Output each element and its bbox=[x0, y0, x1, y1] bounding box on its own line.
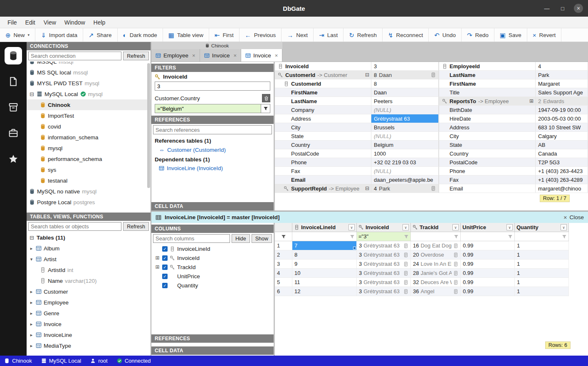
connection-item[interactable]: information_schema bbox=[27, 132, 151, 143]
connection-item[interactable]: mysql bbox=[27, 143, 151, 153]
connection-item[interactable]: MSSQL mssql bbox=[27, 62, 151, 67]
table-item[interactable]: ⊟ Tables (11) bbox=[27, 232, 151, 243]
form-field-label[interactable]: PostalCode bbox=[439, 158, 536, 166]
grid-cell-invoiceid[interactable]: 3 Grétrystraat 63 bbox=[357, 241, 411, 250]
grid-filter-cell[interactable] bbox=[515, 232, 569, 241]
connection-item[interactable]: Postgre Local postgres bbox=[27, 197, 151, 208]
activity-bar-button[interactable] bbox=[5, 150, 22, 168]
grid-cell-unitprice[interactable]: 0.99 bbox=[461, 278, 515, 287]
grid-cell-invoicelineid[interactable]: 9 bbox=[292, 260, 357, 268]
grid-cell-invoiceid[interactable]: 3 Grétrystraat 63 bbox=[357, 250, 411, 259]
dropdown-icon[interactable]: ∨ bbox=[452, 224, 459, 230]
grid-cell-unitprice[interactable]: 0.99 bbox=[461, 287, 515, 296]
reference-link[interactable]: ⇔ Customer (CustomerId) bbox=[151, 145, 274, 154]
form-field-label[interactable]: Title bbox=[439, 88, 536, 96]
table-item[interactable]: ▸ MediaType bbox=[27, 340, 151, 351]
column-list-item[interactable]: ✓ Quantity bbox=[151, 281, 274, 290]
form-field-value[interactable]: Calgary bbox=[536, 132, 588, 140]
toolbar-button[interactable]: → Next bbox=[282, 28, 314, 42]
form-field-value[interactable]: 8 Daan bbox=[371, 71, 439, 79]
grid-column-header[interactable]: Quantity ∨ bbox=[515, 223, 569, 232]
form-field-value[interactable]: +1 (403) 263-4423 bbox=[536, 167, 588, 175]
tab[interactable]: Invoice × bbox=[200, 49, 241, 62]
form-field-value[interactable]: Daan bbox=[371, 88, 439, 96]
form-field-label[interactable]: Country bbox=[275, 141, 371, 149]
grid-cell-unitprice[interactable]: 0.99 bbox=[461, 269, 515, 277]
form-field-label[interactable]: Phone bbox=[275, 158, 371, 166]
table-item[interactable]: ▸ Employee bbox=[27, 297, 151, 308]
form-field-label[interactable]: FirstName bbox=[439, 79, 536, 88]
connection-item[interactable]: MySQL no native mysql bbox=[27, 186, 151, 197]
toolbar-button[interactable]: ⇓ Import data bbox=[35, 28, 83, 42]
form-field-value[interactable]: AB bbox=[536, 141, 588, 149]
form-field-value[interactable]: (NULL) bbox=[371, 167, 439, 175]
form-field-value[interactable]: 4 Park bbox=[371, 184, 439, 193]
table-item[interactable]: ▸ Customer bbox=[27, 286, 151, 297]
form-field-label[interactable]: City bbox=[439, 132, 536, 140]
grid-row-number[interactable]: 6 bbox=[275, 287, 292, 296]
grid-cell-invoiceid[interactable]: 3 Grétrystraat 63 bbox=[357, 287, 411, 296]
grid-filter-cell[interactable] bbox=[292, 232, 357, 241]
expand-icon[interactable]: ⊞ bbox=[529, 98, 534, 104]
chevron-right-icon[interactable]: ▸ bbox=[29, 311, 34, 316]
grid-filter-toggle-cell[interactable] bbox=[275, 232, 292, 241]
form-field-label[interactable]: City bbox=[275, 123, 371, 131]
grid-column-header[interactable]: InvoiceId ∨ bbox=[357, 223, 411, 232]
references-header[interactable]: REFERENCES bbox=[151, 116, 274, 124]
form-field-value[interactable]: Brussels bbox=[371, 123, 439, 131]
table-item[interactable]: ▾ Artist bbox=[27, 254, 151, 265]
form-field-label[interactable]: CustomerId bbox=[275, 79, 371, 88]
grid-column-header[interactable]: TrackId ∨ bbox=[411, 223, 461, 232]
connections-refresh-button[interactable]: Refresh bbox=[123, 52, 149, 60]
toolbar-button[interactable]: ↶ Undo bbox=[429, 28, 462, 42]
expand-icon[interactable]: ⊞ bbox=[155, 255, 160, 261]
form-field-label[interactable]: InvoiceId bbox=[275, 62, 371, 70]
grid-row-number[interactable]: 1 bbox=[275, 241, 292, 250]
grid-row-number[interactable]: 2 bbox=[275, 250, 292, 259]
connection-item[interactable]: testanal bbox=[27, 175, 151, 186]
form-field-value[interactable]: 4 bbox=[536, 62, 588, 70]
form-field-label[interactable]: Fax bbox=[439, 176, 536, 184]
tab[interactable]: Employee × bbox=[151, 49, 200, 62]
grid-cell-quantity[interactable]: 1 bbox=[515, 260, 569, 268]
activity-bar-button[interactable] bbox=[5, 124, 22, 142]
grid-cell-invoiceid[interactable]: 3 Grétrystraat 63 bbox=[357, 260, 411, 268]
grid-column-header[interactable]: UnitPrice ∨ bbox=[461, 223, 515, 232]
grid-row-number[interactable]: 5 bbox=[275, 278, 292, 287]
table-item[interactable]: ▸ Invoice bbox=[27, 319, 151, 329]
menu-item[interactable]: Window bbox=[60, 18, 89, 27]
form-field-value[interactable]: Canada bbox=[536, 149, 588, 158]
check-icon[interactable]: ✓ bbox=[162, 283, 168, 288]
collapse-icon[interactable]: ⊟ bbox=[365, 185, 369, 191]
table-item[interactable]: ArtistId int bbox=[27, 265, 151, 275]
maximize-icon[interactable]: □ bbox=[558, 4, 567, 13]
form-field-label[interactable]: EmployeeId bbox=[439, 62, 536, 70]
connection-item[interactable]: MS SQL local mssql bbox=[27, 67, 151, 78]
connection-item[interactable]: Chinook bbox=[27, 99, 151, 110]
doc-icon[interactable] bbox=[431, 72, 436, 77]
chevron-right-icon[interactable]: ▸ bbox=[29, 332, 34, 338]
status-bar-item[interactable]: Connected bbox=[117, 358, 151, 364]
doc-icon[interactable] bbox=[431, 186, 436, 191]
cell-data-header[interactable]: CELL DATA bbox=[151, 346, 274, 355]
form-field-value[interactable]: Grétrystraat 63 bbox=[371, 114, 439, 123]
filter-country-input[interactable] bbox=[155, 104, 261, 113]
form-field-label[interactable]: ReportsTo -> Employee ⊞ bbox=[439, 97, 536, 105]
doc-icon[interactable] bbox=[403, 243, 408, 248]
form-field-value[interactable]: 2 Edwards bbox=[536, 97, 588, 105]
collapse-icon[interactable]: ⊟ bbox=[29, 91, 35, 97]
activity-bar-button[interactable] bbox=[5, 73, 22, 90]
chevron-right-icon[interactable]: ▸ bbox=[29, 289, 34, 294]
connections-scrollbar[interactable] bbox=[147, 63, 150, 188]
doc-icon[interactable] bbox=[403, 280, 408, 285]
form-field-value[interactable]: 683 10 Street SW bbox=[536, 123, 588, 131]
doc-icon[interactable] bbox=[403, 271, 408, 276]
tab[interactable]: Invoice × bbox=[241, 49, 282, 62]
grid-cell-unitprice[interactable]: 0.99 bbox=[461, 241, 515, 250]
connection-item[interactable]: covid bbox=[27, 121, 151, 132]
columns-header[interactable]: COLUMNS bbox=[151, 225, 274, 233]
check-icon[interactable]: ✓ bbox=[162, 246, 168, 252]
chevron-right-icon[interactable]: ▸ bbox=[29, 343, 34, 349]
doc-icon[interactable] bbox=[453, 243, 458, 248]
form-field-label[interactable]: SupportRepId -> Employee ⊟ bbox=[275, 184, 371, 193]
